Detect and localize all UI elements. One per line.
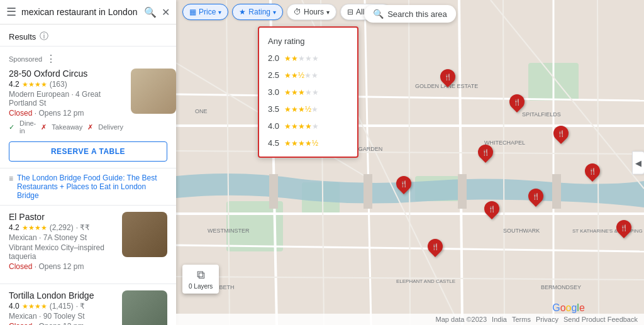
- stars-el-pastor: ★★★★: [22, 224, 47, 232]
- svg-text:BERMONDSEY: BERMONDSEY: [541, 284, 581, 290]
- price-label: Price: [199, 8, 216, 16]
- map-background: SPITALFIELDS ONE SOUTHWARK WESTMINSTER L…: [176, 0, 644, 325]
- india-label: India: [492, 316, 507, 323]
- rating-option-25[interactable]: 2.5 ★★½★★: [259, 67, 357, 84]
- layers-label: 0 Layers: [189, 283, 213, 290]
- svg-text:SPITALFIELDS: SPITALFIELDS: [522, 111, 561, 118]
- map-pin-8[interactable]: 🍴: [585, 163, 600, 179]
- search-area-icon: 🔍: [373, 9, 384, 19]
- rating-stars-25: ★★½★★: [284, 71, 318, 80]
- hamburger-icon[interactable]: ☰: [6, 5, 16, 19]
- map-pin-1[interactable]: 🍴: [440, 69, 455, 84]
- place-name-el-pastor: El Pastor: [9, 212, 117, 222]
- rating-stars-2: ★★★★★: [284, 54, 319, 63]
- thumbnail-tortilla: [122, 290, 167, 325]
- type-el-pastor: Mexican · 7A Stoney St: [9, 233, 117, 242]
- map-data-label: Map data ©2023: [436, 316, 487, 323]
- sponsored-features: ✓Dine-in ✗Takeaway ✗Delivery: [9, 119, 126, 135]
- svg-rect-26: [552, 174, 561, 209]
- map-pin-2[interactable]: 🍴: [509, 94, 525, 109]
- close-icon[interactable]: ✕: [162, 6, 170, 18]
- sponsored-card[interactable]: 28-50 Oxford Circus 4.2 ★★★★ (163) Moder…: [9, 69, 167, 136]
- sponsored-type: Modern European · 4 Great Portland St: [9, 90, 126, 107]
- rating-value-25: 2.5: [268, 70, 279, 80]
- reserve-table-button[interactable]: RESERVE A TABLE: [9, 141, 167, 162]
- rating-value-3: 3.0: [268, 87, 279, 97]
- reviews-el-pastor: (2,292): [50, 223, 74, 232]
- thumbnail-el-pastor: [122, 212, 167, 257]
- results-list: Sponsored ⋮ 28-50 Oxford Circus 4.2 ★★★★…: [0, 47, 176, 325]
- rating-option-2[interactable]: 2.0 ★★★★★: [259, 50, 357, 67]
- sponsored-reviews: (163): [50, 80, 67, 89]
- sponsored-section: Sponsored ⋮ 28-50 Oxford Circus 4.2 ★★★★…: [0, 47, 176, 168]
- svg-rect-25: [458, 174, 467, 209]
- rating-value-2: 2.0: [268, 53, 279, 63]
- map-area[interactable]: SPITALFIELDS ONE SOUTHWARK WESTMINSTER L…: [176, 0, 644, 325]
- stars-tortilla: ★★★★: [22, 302, 47, 311]
- rating-dropdown: Any rating 2.0 ★★★★★ 2.5 ★★½★★ 3.0 ★★★★★…: [258, 26, 358, 158]
- sponsored-menu-icon[interactable]: ⋮: [46, 53, 56, 65]
- reviews-tortilla: (1,415): [50, 302, 74, 311]
- sponsored-name: 28-50 Oxford Circus: [9, 69, 126, 79]
- hours-filter-button[interactable]: ⏱ Hours ▾: [287, 4, 336, 20]
- price-icon: ▦: [189, 8, 196, 16]
- map-pin-10[interactable]: 🍴: [616, 220, 631, 235]
- place-item-el-pastor[interactable]: El Pastor 4.2 ★★★★ (2,292) · ₹₹ Mexican …: [0, 206, 176, 284]
- map-bottom-bar: Map data ©2023 India Terms Privacy Send …: [176, 314, 644, 325]
- hours-chevron: ▾: [326, 9, 330, 16]
- sponsored-thumbnail: [131, 69, 176, 114]
- rating-chevron: ▾: [273, 9, 276, 16]
- blog-icon: ≡: [9, 174, 13, 183]
- status-el-pastor: Closed · Opens 12 pm: [9, 262, 117, 271]
- place-name-tortilla: Tortilla London Bridge: [9, 290, 117, 300]
- rating-option-35[interactable]: 3.5 ★★★½★: [259, 101, 357, 118]
- sponsored-label: Sponsored: [9, 55, 42, 63]
- place-item-tortilla[interactable]: Tortilla London Bridge 4.0 ★★★★ (1,415) …: [0, 284, 176, 325]
- terms-link[interactable]: Terms: [512, 316, 531, 323]
- info-icon[interactable]: ⓘ: [40, 31, 48, 42]
- type-tortilla: Mexican · 90 Tooley St: [9, 312, 117, 321]
- search-area-label: Search this area: [387, 9, 447, 19]
- svg-text:ONE: ONE: [195, 108, 208, 114]
- rating-option-any[interactable]: Any rating: [259, 33, 357, 50]
- collapse-panel-button[interactable]: ◀: [632, 151, 644, 174]
- blog-text: The London Bridge Food Guide: The Best R…: [17, 174, 167, 200]
- rating-option-3[interactable]: 3.0 ★★★★★: [259, 84, 357, 101]
- search-area-button[interactable]: 🔍 Search this area: [364, 5, 456, 23]
- desc-el-pastor: Vibrant Mexico City–inspired taqueria: [9, 243, 117, 261]
- results-title: Results: [9, 32, 36, 41]
- currency-tortilla: · ₹: [76, 302, 86, 311]
- blog-item[interactable]: ≡ The London Bridge Food Guide: The Best…: [0, 168, 176, 206]
- privacy-link[interactable]: Privacy: [536, 316, 558, 323]
- price-chevron: ▾: [218, 9, 221, 16]
- map-pin-7[interactable]: 🍴: [396, 176, 411, 191]
- price-filter-button[interactable]: ▦ Price ▾: [182, 4, 228, 20]
- svg-text:WESTMINSTER: WESTMINSTER: [208, 228, 250, 234]
- map-pin-4[interactable]: 🍴: [478, 145, 493, 160]
- map-pin-6[interactable]: 🍴: [484, 201, 499, 216]
- map-pin-5[interactable]: 🍴: [528, 189, 543, 204]
- collapse-arrow-icon: ◀: [635, 158, 641, 167]
- send-feedback-link[interactable]: Send Product Feedback: [564, 316, 638, 323]
- rating-option-45[interactable]: 4.5 ★★★★½: [259, 135, 357, 151]
- search-input[interactable]: [21, 7, 139, 17]
- rating-filter-button[interactable]: ★ Rating ▾: [232, 4, 283, 20]
- rating-label: Rating: [248, 8, 270, 16]
- rating-any-label: Any rating: [268, 36, 305, 46]
- svg-rect-23: [269, 174, 278, 209]
- map-pin-3[interactable]: 🍴: [553, 126, 569, 141]
- rating-tortilla: 4.0: [9, 302, 19, 311]
- filters-icon: ⊟: [347, 8, 353, 16]
- rating-value-35: 3.5: [268, 104, 279, 114]
- rating-value-45: 4.5: [268, 138, 279, 148]
- svg-rect-24: [364, 174, 372, 209]
- map-pin-9[interactable]: 🍴: [428, 239, 443, 254]
- rating-stars-45: ★★★★½: [284, 139, 318, 148]
- clock-icon: ⏱: [294, 8, 301, 16]
- layers-button[interactable]: ⧉ 0 Layers: [182, 265, 219, 294]
- google-logo: Google: [552, 302, 585, 314]
- currency-el-pastor: · ₹₹: [76, 223, 91, 232]
- search-icon[interactable]: 🔍: [144, 6, 157, 18]
- rating-option-4[interactable]: 4.0 ★★★★★: [259, 118, 357, 135]
- svg-text:SOUTHWARK: SOUTHWARK: [503, 228, 540, 234]
